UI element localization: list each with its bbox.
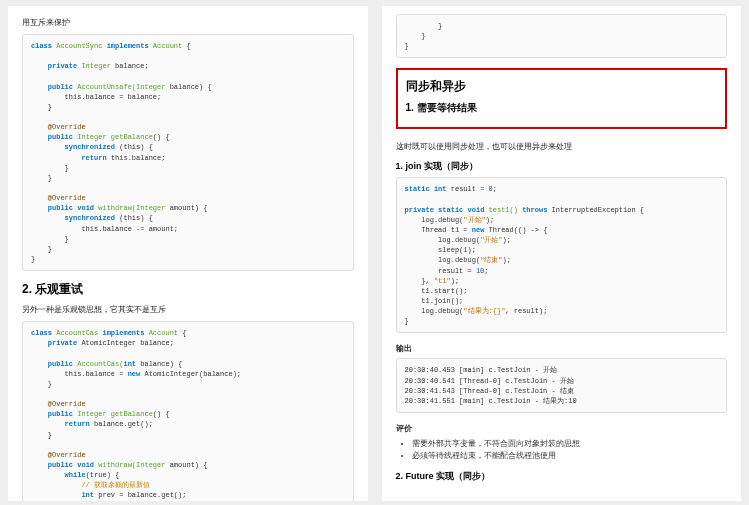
code-accountcas: class AccountCas implements Account { pr… <box>22 321 354 501</box>
eval-bullets: 需要外部共享变量，不符合面向对象封装的思想 必须等待线程结束，不能配合线程池使用 <box>412 438 728 462</box>
list-item: 必须等待线程结束，不能配合线程池使用 <box>412 450 728 462</box>
page-left: 用互斥来保护 class AccountSync implements Acco… <box>8 6 368 501</box>
heading-need-wait-result: 1. 需要等待结果 <box>406 101 718 115</box>
eval-label: 评价 <box>396 423 728 434</box>
list-item: 需要外部共享变量，不符合面向对象封装的思想 <box>412 438 728 450</box>
intro-text: 用互斥来保护 <box>22 17 354 28</box>
code-output: 20:30:40.453 [main] c.TestJoin - 开始 20:3… <box>396 358 728 413</box>
heading-optimistic-retry: 2. 乐观重试 <box>22 281 354 298</box>
page-right: } } } 同步和异步 1. 需要等待结果 这时既可以使用同步处理，也可以使用异… <box>382 6 742 501</box>
highlight-callout: 同步和异步 1. 需要等待结果 <box>396 68 728 129</box>
heading-sync-async: 同步和异步 <box>406 78 718 95</box>
code-accountsync: class AccountSync implements Account { p… <box>22 34 354 271</box>
output-label: 输出 <box>396 343 728 354</box>
heading-join-impl: 1. join 实现（同步） <box>396 160 728 173</box>
sub-text: 另外一种是乐观锁思想，它其实不是互斥 <box>22 304 354 315</box>
code-trailing-braces: } } } <box>396 14 728 58</box>
code-join-test1: static int result = 0; private static vo… <box>396 177 728 333</box>
desc-after-callout: 这时既可以使用同步处理，也可以使用异步来处理 <box>396 141 728 152</box>
heading-future-impl: 2. Future 实现（同步） <box>396 470 728 483</box>
